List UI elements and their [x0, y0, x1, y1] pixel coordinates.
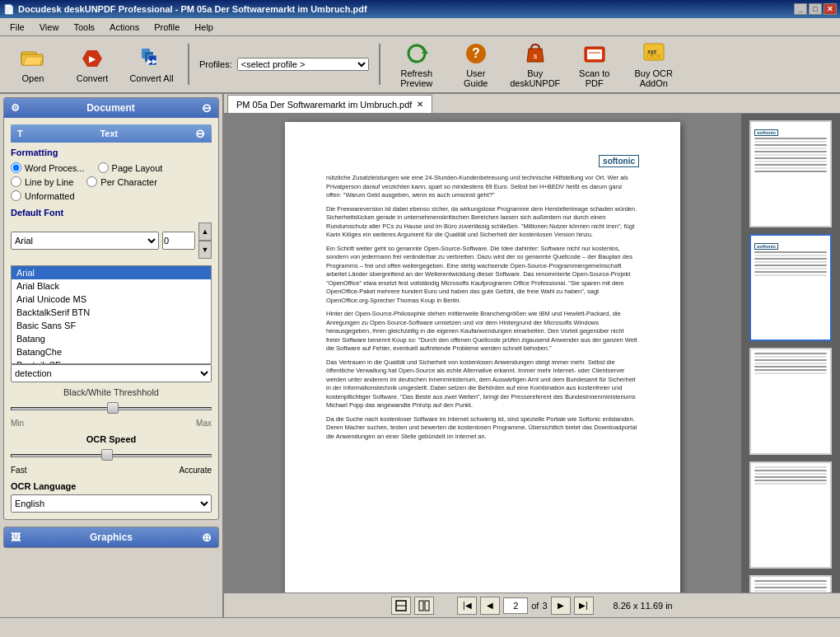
window-title: Docudesk deskUNPDF Professional - PM 05a…	[18, 4, 367, 14]
text-sub-header[interactable]: T Text ⊖	[11, 124, 212, 143]
font-size-up[interactable]: ▲	[198, 222, 212, 241]
maximize-button[interactable]: □	[809, 3, 822, 15]
svg-text:?: ?	[472, 46, 480, 60]
convert-all-label: Convert All	[129, 73, 173, 83]
page-number-input[interactable]	[503, 597, 528, 614]
view-mode-1-btn[interactable]	[391, 597, 411, 615]
page-layout-option[interactable]: Page Layout	[98, 162, 163, 173]
font-item-arial-unicode[interactable]: Arial Unicode MS	[12, 293, 211, 306]
menu-profile[interactable]: Profile	[147, 21, 186, 34]
unformatted-option[interactable]: Unformatted	[11, 190, 75, 201]
font-size-down[interactable]: ▼	[198, 241, 212, 259]
text-collapse-btn[interactable]: ⊖	[195, 127, 205, 140]
separator-2	[379, 44, 380, 85]
ocr-label: Buy OCR AddOn	[632, 68, 676, 88]
thumbnail-5[interactable]	[749, 575, 832, 593]
minimize-button[interactable]: _	[794, 3, 807, 15]
guide-button[interactable]: ? User Guide	[450, 40, 502, 89]
ocr-button[interactable]: xyz OCR Buy OCR AddOn	[628, 40, 680, 89]
separator-1	[188, 44, 189, 85]
main-area: ⚙ Document ⊖ T Text ⊖ Formatting	[0, 94, 840, 617]
doc-area: softonic nützliche Zusatzleistungen wie …	[224, 114, 840, 593]
document-header[interactable]: ⚙ Document ⊖	[4, 98, 218, 118]
tab-label: PM 05a Der Softwaremarkt im Umbruch.pdf	[236, 100, 412, 110]
scan-button[interactable]: Scan to PDF	[568, 40, 621, 89]
ocr-language-label: OCR Language	[11, 481, 212, 491]
font-item-arial[interactable]: Arial	[12, 266, 211, 279]
buy-button[interactable]: $ Buy deskUNPDF	[509, 40, 562, 89]
first-page-btn[interactable]: |◀	[457, 597, 477, 615]
svg-text:OCR: OCR	[646, 53, 661, 60]
convert-all-icon: ▶▶	[138, 45, 165, 72]
document-label: Document	[86, 102, 135, 114]
guide-icon: ?	[463, 40, 489, 67]
thumb-1-logo: softonic	[754, 129, 778, 136]
svg-text:$: $	[534, 53, 538, 60]
graphics-header[interactable]: 🖼 Graphics ⊕	[4, 527, 218, 547]
ocr-speed-thumb[interactable]	[101, 449, 113, 461]
ocr-speed-slider[interactable]	[11, 447, 212, 464]
convert-all-button[interactable]: ▶▶ Convert All	[125, 40, 178, 89]
doc-main[interactable]: softonic nützliche Zusatzleistungen wie …	[224, 114, 741, 593]
open-icon	[20, 45, 46, 72]
bw-max-label: Max	[196, 419, 212, 428]
scan-label: Scan to PDF	[572, 68, 617, 88]
menu-file[interactable]: File	[3, 21, 31, 34]
profiles-select[interactable]: <select profile >	[237, 58, 369, 71]
font-item-basic-sans[interactable]: Basic Sans SF	[12, 319, 211, 332]
thumbnail-4[interactable]	[749, 461, 832, 569]
line-by-line-option[interactable]: Line by Line	[11, 176, 73, 187]
open-button[interactable]: Open	[7, 40, 59, 89]
guide-label: User Guide	[454, 68, 498, 88]
toolbar: Open ▶ Convert ▶▶ Convert All Profiles: …	[0, 36, 840, 94]
font-item-beatnik[interactable]: Beatnik SF	[12, 358, 211, 364]
font-size-input[interactable]	[162, 232, 195, 250]
thumbnail-1[interactable]: softonic	[749, 120, 832, 227]
font-item-arial-black[interactable]: Arial Black	[12, 279, 211, 293]
font-item-batangche[interactable]: BatangChe	[12, 345, 211, 358]
refresh-label: Refresh Preview	[394, 68, 439, 88]
font-select[interactable]: Arial Arial Black Arial Unicode MS	[11, 232, 159, 250]
language-select[interactable]: English German French	[11, 494, 212, 513]
per-char-option[interactable]: Per Character	[86, 176, 156, 187]
buy-label: Buy deskUNPDF	[510, 68, 560, 88]
svg-rect-15	[587, 49, 602, 59]
thumb-4-content	[754, 466, 827, 564]
convert-label: Convert	[77, 73, 109, 83]
prev-page-btn[interactable]: ◀	[480, 597, 500, 615]
menu-view[interactable]: View	[33, 21, 66, 34]
convert-button[interactable]: ▶ Convert	[66, 40, 119, 89]
refresh-button[interactable]: Refresh Preview	[390, 40, 443, 89]
bw-slider[interactable]	[11, 400, 212, 417]
accurate-label: Accurate	[180, 466, 212, 475]
default-font-label: Default Font	[11, 208, 212, 218]
last-page-btn[interactable]: ▶|	[574, 597, 594, 615]
close-button[interactable]: ✕	[824, 3, 837, 15]
text-label: Text	[100, 129, 118, 138]
menu-help[interactable]: Help	[188, 21, 220, 34]
menu-actions[interactable]: Actions	[103, 21, 146, 34]
graphics-collapse-btn[interactable]: ⊕	[202, 531, 212, 544]
menu-tools[interactable]: Tools	[67, 21, 101, 34]
tab-close-button[interactable]: ✕	[417, 100, 423, 109]
formatting-options: Word Proces... Page Layout Line by Line	[11, 162, 212, 201]
svg-text:▶: ▶	[89, 54, 96, 63]
formatting-row-2: Line by Line Per Character	[11, 176, 212, 187]
document-collapse-btn[interactable]: ⊖	[202, 101, 212, 115]
next-page-btn[interactable]: ▶	[551, 597, 571, 615]
detection-select[interactable]: detection	[11, 364, 212, 382]
view-mode-2-btn[interactable]	[414, 597, 434, 615]
para-3: Ein Schritt weiter geht so genannte Open…	[326, 245, 639, 306]
font-item-batang[interactable]: Batang	[12, 332, 211, 345]
svg-rect-23	[425, 601, 429, 611]
thumbnail-2[interactable]: softonic	[749, 234, 832, 341]
word-process-option[interactable]: Word Proces...	[11, 162, 85, 173]
document-tab[interactable]: PM 05a Der Softwaremarkt im Umbruch.pdf …	[227, 95, 432, 113]
thumbnail-3[interactable]	[749, 348, 832, 455]
unformatted-label: Unformatted	[25, 191, 75, 201]
font-item-backtalk[interactable]: BacktalkSerif BTN	[12, 306, 211, 319]
titlebar-controls[interactable]: _ □ ✕	[794, 3, 837, 15]
formatting-row-1: Word Proces... Page Layout	[11, 162, 212, 173]
thumb-2-logo: softonic	[754, 243, 778, 250]
bw-slider-thumb[interactable]	[107, 402, 119, 414]
